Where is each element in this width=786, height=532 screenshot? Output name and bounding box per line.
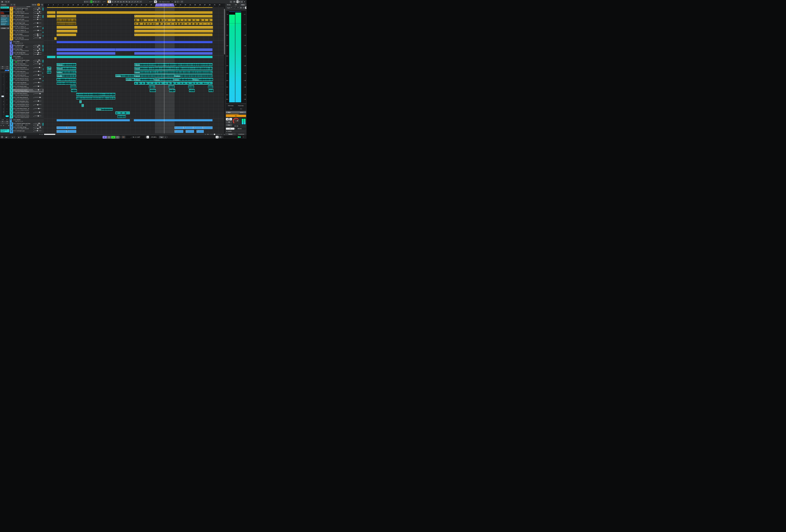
- write-button[interactable]: W: [17, 9, 19, 10]
- tap-tempo-button[interactable]: Tap: [159, 136, 164, 138]
- record-mode-dropdown[interactable]: [4, 136, 9, 139]
- midi-part[interactable]: 1▾: [56, 130, 66, 133]
- metronome-click-button[interactable]: [226, 118, 229, 120]
- edit-button[interactable]: e: [19, 76, 21, 77]
- stereo-button[interactable]: [21, 9, 23, 10]
- mute-button[interactable]: M: [14, 108, 15, 109]
- midi-part[interactable]: 1▾: [196, 130, 204, 133]
- track-name[interactable]: GROUP Electric Guitars: [17, 60, 33, 61]
- color-tool-button[interactable]: [149, 0, 153, 3]
- setup-toolbar-button[interactable]: [243, 0, 246, 3]
- solo-button[interactable]: S: [15, 71, 17, 72]
- lanes-button[interactable]: [27, 54, 29, 55]
- read-button[interactable]: R: [23, 98, 25, 100]
- audio-event[interactable]: ◢ -4.21 dB: [134, 74, 175, 77]
- volume-slider[interactable]: [33, 7, 42, 9]
- write-button[interactable]: W: [25, 76, 27, 77]
- meter-scale-dropdown[interactable]: Digital...: [226, 7, 233, 9]
- group-edit-button[interactable]: =: [19, 121, 21, 122]
- audio-event[interactable]: [188, 86, 194, 88]
- track-name[interactable]: DR Right Crash: [17, 22, 33, 24]
- monitor-button[interactable]: [17, 17, 19, 18]
- channel-type-button[interactable]: [21, 117, 23, 118]
- lanes-button[interactable]: [27, 110, 29, 111]
- lanes-button[interactable]: [27, 17, 29, 18]
- channel-type-button[interactable]: [21, 110, 23, 111]
- mute-button[interactable]: M: [14, 100, 15, 102]
- volume-slider[interactable]: [33, 29, 42, 31]
- onscreen-keyboard-button[interactable]: [233, 0, 236, 3]
- audio-event[interactable]: ◢ 10.53 dB: [134, 78, 154, 81]
- audio-event[interactable]: ◢ 10.53 dB: [126, 78, 134, 81]
- vertical-scrollbar[interactable]: [224, 7, 225, 134]
- track-row[interactable]: 15M S PK_4_Tambo_v1 e R W: [10, 26, 44, 29]
- mute-button[interactable]: M: [14, 33, 15, 35]
- read-button[interactable]: R: [23, 102, 25, 103]
- edit-button[interactable]: e: [19, 124, 21, 126]
- channel-type-button[interactable]: [21, 106, 23, 107]
- monitor-button[interactable]: [17, 87, 19, 89]
- read-button[interactable]: R: [23, 91, 25, 92]
- pan-slider[interactable]: [33, 46, 42, 48]
- mute-button[interactable]: M: [14, 74, 15, 76]
- solo-button[interactable]: S: [15, 126, 17, 128]
- monitor-button[interactable]: [17, 80, 19, 81]
- write-button[interactable]: W: [17, 46, 19, 48]
- solo-button[interactable]: S: [15, 97, 17, 98]
- group-edit-button[interactable]: =: [19, 57, 21, 59]
- monitor-a-button[interactable]: A: [226, 128, 234, 130]
- write-button[interactable]: W: [25, 13, 27, 14]
- solo-button[interactable]: S: [15, 119, 17, 120]
- write-button[interactable]: W: [25, 65, 27, 66]
- track-name[interactable]: PK_4_Tambo_v1: [17, 26, 33, 27]
- track-row[interactable]: 14M S DR Right Crash e R W: [10, 22, 44, 26]
- volume-slider[interactable]: [33, 18, 42, 20]
- audio-event[interactable]: ◢ -2.29 dB: [175, 74, 212, 77]
- listen-enable-button[interactable]: L: [229, 118, 232, 120]
- write-button[interactable]: W: [25, 80, 27, 81]
- audio-event[interactable]: [168, 86, 175, 88]
- pan-slider[interactable]: [33, 128, 42, 130]
- write-button[interactable]: W: [25, 28, 27, 29]
- channel-type-button[interactable]: [21, 13, 23, 14]
- monitor-button[interactable]: [17, 28, 19, 29]
- track-name[interactable]: GTR Prechorus Crunch: [17, 115, 33, 117]
- left-zone-toggle[interactable]: [236, 0, 238, 3]
- track-filter-home-button[interactable]: [38, 4, 40, 6]
- channel-eq-display[interactable]: [0, 9, 9, 14]
- track-row[interactable]: 26M S GTR Lead Line R e R W: [10, 74, 44, 78]
- tool-cursor[interactable]: [108, 0, 111, 3]
- right-tab-cr[interactable]: CR: [232, 3, 239, 6]
- track-name[interactable]: SYN Mello Strings: [17, 126, 33, 128]
- midi-part[interactable]: 1▾: [79, 100, 82, 103]
- track-row[interactable]: 13M S DR Left Crash e R W: [10, 18, 44, 22]
- channel-mute-button[interactable]: M: [0, 66, 5, 67]
- volume-slider[interactable]: [33, 26, 42, 28]
- lanes-button[interactable]: [27, 24, 29, 25]
- read-button[interactable]: R: [23, 20, 25, 22]
- midi-part[interactable]: 1▾: [175, 130, 183, 133]
- time-display-button[interactable]: [1, 136, 3, 138]
- read-button[interactable]: R: [23, 110, 25, 111]
- record-button[interactable]: [15, 43, 17, 44]
- gear-icon[interactable]: [41, 134, 43, 135]
- mute-button[interactable]: M: [14, 45, 15, 46]
- edit-button[interactable]: e: [19, 95, 21, 96]
- pan-slider[interactable]: [33, 124, 42, 126]
- meter-mode-button[interactable]: [245, 7, 247, 9]
- track-name[interactable]: Synths: [17, 119, 42, 120]
- mute-button[interactable]: M: [14, 78, 15, 79]
- folder-part[interactable]: [56, 119, 130, 121]
- channel-type-button[interactable]: [21, 20, 23, 22]
- read-button[interactable]: R: [23, 87, 25, 89]
- monitor-button[interactable]: [17, 13, 19, 14]
- record-button[interactable]: [15, 72, 17, 74]
- pan-slider[interactable]: [33, 16, 42, 18]
- volume-slider[interactable]: [33, 126, 42, 128]
- undo-redo-buttons[interactable]: [4, 0, 10, 3]
- mute-button[interactable]: M: [14, 104, 15, 106]
- control-room-level-knob[interactable]: [233, 118, 239, 124]
- volume-slider[interactable]: [33, 115, 42, 117]
- inserts-header[interactable]: Inserts: [0, 15, 9, 17]
- folder-part[interactable]: [134, 119, 212, 121]
